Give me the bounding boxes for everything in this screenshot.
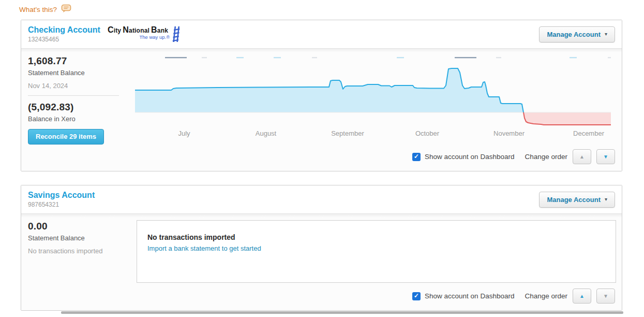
savings-manage-account-button[interactable]: Manage Account ▾ — [539, 192, 615, 208]
reconcile-items-button[interactable]: Reconcile 29 items — [28, 129, 104, 145]
checking-account-panel: Checking Account 132435465 CityNationalB… — [21, 20, 622, 171]
month-label-july: July — [178, 129, 190, 137]
chart-month-axis: JulyAugustSeptemberOctoberNovemberDecemb… — [135, 129, 611, 139]
chevron-down-icon: ▾ — [605, 32, 607, 37]
savings-account-title-link[interactable]: Savings Account — [28, 191, 95, 200]
show-on-dashboard-checkbox[interactable]: ✓ — [412, 292, 421, 300]
xero-balance-amount: (5,092.83) — [28, 102, 131, 113]
month-label-august: August — [256, 129, 276, 137]
chevron-down-icon: ▾ — [605, 197, 607, 202]
savings-stats: 0.00 Statement Balance No transactions i… — [28, 221, 131, 255]
arrow-up-icon: ▲ — [579, 154, 585, 160]
checking-stats: 1,608.77 Statement Balance Nov 14, 2024 … — [28, 55, 131, 145]
move-account-up-button[interactable]: ▲ — [573, 289, 591, 304]
whats-this-link[interactable]: What's this? — [19, 6, 57, 13]
savings-panel-body: 0.00 Statement Balance No transactions i… — [21, 214, 622, 310]
statement-balance-amount: 0.00 — [28, 221, 131, 232]
bank-logo-tagline: The way up.® — [108, 34, 170, 40]
stats-divider — [28, 95, 119, 96]
arrow-up-icon: ▲ — [579, 294, 585, 299]
statement-balance-date: Nov 14, 2024 — [28, 82, 131, 90]
savings-panel-header: Savings Account 987654321 Manage Account… — [21, 185, 622, 214]
statement-balance-note: No transactions imported — [28, 247, 131, 255]
savings-account-panel: Savings Account 987654321 Manage Account… — [21, 185, 622, 311]
month-label-october: October — [415, 129, 439, 137]
show-on-dashboard-label[interactable]: Show account on Dashboard — [425, 292, 514, 300]
checking-dashboard-row: ✓ Show account on Dashboard Change order… — [412, 149, 615, 164]
import-statement-link[interactable]: Import a bank statement to get started — [147, 244, 261, 252]
arrow-down-icon: ▼ — [603, 154, 608, 160]
checking-account-number: 132435465 — [28, 36, 100, 43]
change-order-label: Change order — [525, 153, 567, 161]
change-order-label: Change order — [525, 292, 567, 300]
statement-balance-amount: 1,608.77 — [28, 55, 131, 67]
no-transactions-box: No transactions imported Import a bank s… — [137, 220, 616, 283]
horizontal-scrollbar-thumb[interactable] — [61, 311, 623, 314]
checking-manage-account-button[interactable]: Manage Account ▾ — [539, 26, 615, 42]
move-account-down-button[interactable]: ▼ — [596, 149, 615, 164]
move-account-down-button[interactable]: ▼ — [596, 289, 615, 304]
show-on-dashboard-label[interactable]: Show account on Dashboard — [425, 153, 514, 161]
statement-balance-label: Statement Balance — [28, 69, 131, 77]
savings-account-number: 987654321 — [28, 201, 95, 208]
checking-account-title-link[interactable]: Checking Account — [28, 25, 100, 35]
show-on-dashboard-checkbox[interactable]: ✓ — [412, 153, 421, 161]
month-label-december: December — [573, 129, 604, 137]
month-label-november: November — [493, 129, 525, 137]
balance-chart — [135, 52, 611, 129]
move-account-up-button[interactable]: ▲ — [573, 149, 591, 164]
xero-balance-label: Balance in Xero — [28, 115, 131, 123]
savings-dashboard-row: ✓ Show account on Dashboard Change order… — [412, 289, 615, 304]
city-national-bank-logo: CityNationalBank The way up.® — [108, 25, 181, 45]
checkmark-icon: ✓ — [414, 293, 419, 299]
help-speech-bubble-icon[interactable] — [61, 4, 72, 15]
balance-chart-svg — [135, 52, 611, 129]
no-transactions-title: No transactions imported — [147, 233, 616, 241]
checkmark-icon: ✓ — [414, 153, 419, 160]
month-label-september: September — [331, 129, 364, 137]
arrow-down-icon: ▼ — [603, 294, 608, 299]
bank-logo-name: CityNationalBank — [108, 25, 170, 35]
statement-balance-label: Statement Balance — [28, 234, 131, 242]
whats-this-row: What's this? — [19, 4, 72, 15]
checking-panel-body: 1,608.77 Statement Balance Nov 14, 2024 … — [21, 49, 622, 171]
checking-panel-header: Checking Account 132435465 CityNationalB… — [21, 20, 622, 49]
bank-ladder-icon — [172, 25, 181, 45]
